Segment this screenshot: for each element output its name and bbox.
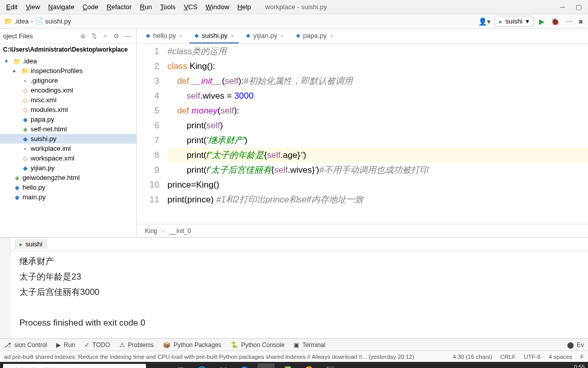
- collapse-icon[interactable]: ÷: [100, 32, 111, 40]
- code-line[interactable]: class King():: [167, 59, 588, 74]
- event-log[interactable]: ⬤Ev: [567, 341, 584, 349]
- tool-label: TODO: [92, 341, 110, 349]
- code-line[interactable]: #class类的运用: [167, 44, 588, 59]
- pycharm-icon[interactable]: ▣: [257, 363, 275, 368]
- editor-tab[interactable]: ◆suishi.py×: [189, 29, 239, 43]
- folder-icon: 📁: [21, 67, 29, 75]
- taskbar-search[interactable]: 在这里输入你要搜索的内容: [3, 364, 146, 368]
- bottom-tool-problems[interactable]: ⚠Problems: [119, 341, 154, 349]
- tree-item[interactable]: ▸📁inspectionProfiles: [0, 66, 136, 76]
- expand-icon[interactable]: ⇅: [88, 32, 100, 40]
- settings-icon[interactable]: ⚙: [111, 32, 122, 40]
- menu-view[interactable]: View: [21, 1, 44, 13]
- editor-tab[interactable]: ◆yijian.py×: [241, 29, 288, 43]
- editor-tab[interactable]: ◆papa.py×: [291, 29, 338, 43]
- bottom-tool-python-packages[interactable]: 📦Python Packages: [163, 341, 221, 349]
- menu-vcs[interactable]: VCS: [180, 1, 202, 13]
- tree-item[interactable]: ◇workspace.xml: [0, 153, 136, 163]
- console-output[interactable]: 继承财产太子的年龄是23太子后宫佳丽有3000 Process finished…: [10, 251, 588, 338]
- app-icon[interactable]: 📗: [279, 363, 296, 368]
- code-line[interactable]: def money(self):: [167, 103, 588, 118]
- code-line[interactable]: print(prince) #1和2打印出prince和self内存地址一致: [167, 192, 588, 207]
- bottom-tool-terminal[interactable]: ▣Terminal: [293, 341, 325, 349]
- tree-item[interactable]: ▾📁.idea: [0, 56, 136, 66]
- maximize-button[interactable]: ▢: [572, 2, 586, 12]
- project-root-path[interactable]: C:\Users\Administrator\Desktop\workplace: [0, 44, 136, 55]
- tree-item[interactable]: ◆suishi.py: [0, 134, 136, 144]
- menu-code[interactable]: Code: [79, 1, 103, 13]
- code-line[interactable]: prince=King(): [167, 177, 588, 192]
- close-icon[interactable]: ×: [330, 33, 333, 39]
- tree-item-label: workspace.xml: [31, 154, 75, 162]
- tree-item[interactable]: ◆main.py: [0, 192, 136, 202]
- tree-item[interactable]: ◈self-net.html: [0, 124, 136, 134]
- stop-button[interactable]: ■: [578, 16, 584, 27]
- menu-window[interactable]: Window: [202, 1, 233, 13]
- tree-item[interactable]: ◇misc.xml: [0, 95, 136, 105]
- app-icon[interactable]: 🟠: [300, 363, 317, 368]
- sidebar-title[interactable]: oject Files: [3, 32, 77, 40]
- code-breadcrumb-item[interactable]: __init_0: [169, 227, 191, 235]
- tool-label: Problems: [128, 341, 154, 349]
- tree-item[interactable]: ◇encodings.xml: [0, 85, 136, 95]
- tree-item[interactable]: ◇modules.xml: [0, 105, 136, 114]
- menu-tools[interactable]: Tools: [156, 1, 180, 13]
- system-tray[interactable]: ˄ ⚑ 0:55 2022/4/23: [544, 364, 585, 368]
- bottom-tool-run[interactable]: ▶Run: [56, 341, 75, 349]
- explorer-icon[interactable]: 📁: [214, 363, 232, 368]
- close-icon[interactable]: ×: [231, 33, 234, 39]
- cortana-icon[interactable]: ○: [150, 363, 167, 368]
- breadcrumb-item[interactable]: 📁 .idea: [4, 17, 29, 25]
- close-icon[interactable]: ×: [280, 33, 283, 39]
- tree-item[interactable]: ◈geiwodengzhe.html: [0, 173, 136, 182]
- menu-edit[interactable]: Edit: [2, 1, 21, 13]
- interpreter[interactable]: F: [580, 354, 584, 360]
- run-config-selector[interactable]: ▸ suishi ▾: [495, 16, 533, 27]
- edge-icon[interactable]: 🌐: [193, 363, 210, 368]
- hide-icon[interactable]: —: [122, 32, 133, 40]
- line-separator[interactable]: CRLF: [500, 354, 516, 360]
- code-line[interactable]: print(f"太子的年龄是{self.age}"): [167, 148, 588, 163]
- run-button[interactable]: ▶: [538, 16, 546, 27]
- browser-icon[interactable]: 🔵: [236, 363, 253, 368]
- toolbar-right: 👤▾ ▸ suishi ▾ ▶ 🐞 ⋯ ■: [478, 16, 584, 27]
- tree-item[interactable]: ◆yijian.py: [0, 163, 136, 173]
- breadcrumb-item[interactable]: 📄 suishi.py: [35, 17, 71, 25]
- editor-tab[interactable]: ◆hello.py×: [141, 29, 187, 43]
- tree-item[interactable]: ◆hello.py: [0, 182, 136, 192]
- tree-item-label: modules.xml: [31, 106, 68, 113]
- tree-item[interactable]: ▪.gitignore: [0, 76, 136, 85]
- minimize-button[interactable]: ─: [555, 2, 570, 12]
- file-encoding[interactable]: UTF-8: [524, 354, 541, 360]
- taskbar-clock[interactable]: 0:55 2022/4/23: [560, 364, 585, 368]
- close-icon[interactable]: ×: [179, 33, 182, 39]
- code-line[interactable]: print(self): [167, 118, 588, 133]
- locate-icon[interactable]: ⊕: [77, 32, 88, 40]
- bottom-tool-sion-control[interactable]: ⎇sion Control: [4, 341, 47, 349]
- menu-run[interactable]: Run: [136, 1, 156, 13]
- more-button[interactable]: ⋯: [565, 16, 574, 27]
- menu-help[interactable]: Help: [233, 1, 255, 13]
- debug-button[interactable]: 🐞: [550, 16, 560, 27]
- bottom-tool-python-console[interactable]: 🐍Python Console: [231, 341, 285, 349]
- run-tab[interactable]: ▸ suishi: [14, 239, 47, 249]
- tree-item[interactable]: ▪workplace.iml: [0, 144, 136, 153]
- code-line[interactable]: self.wives = 3000: [167, 88, 588, 103]
- menu-refactor[interactable]: Refactor: [103, 1, 136, 13]
- tool-icon: 📦: [163, 341, 170, 349]
- user-icon[interactable]: 👤▾: [478, 17, 491, 26]
- bottom-tool-todo[interactable]: ✓TODO: [84, 341, 110, 349]
- tree-item[interactable]: ◆papa.py: [0, 114, 136, 124]
- indent-setting[interactable]: 4 spaces: [549, 354, 572, 360]
- code-line[interactable]: def __init__(self):#初始化属性，即默认被调用: [167, 74, 588, 88]
- python-icon: ◆: [246, 32, 250, 39]
- menu-navigate[interactable]: Navigate: [44, 1, 78, 13]
- app-icon[interactable]: ⬛: [322, 363, 339, 368]
- code-body[interactable]: #class类的运用class King(): def __init__(sel…: [167, 44, 588, 224]
- code-line[interactable]: print('继承财产'): [167, 133, 588, 148]
- code-editor[interactable]: 1234567891011 #class类的运用class King(): de…: [137, 44, 588, 224]
- code-breadcrumb-item[interactable]: King: [145, 227, 157, 235]
- task-view-icon[interactable]: ☰: [172, 363, 189, 368]
- code-line[interactable]: print(f'太子后宫佳丽有{self.wives}')#不用手动调用也成功被…: [167, 163, 588, 177]
- tree-item-label: hello.py: [22, 183, 45, 191]
